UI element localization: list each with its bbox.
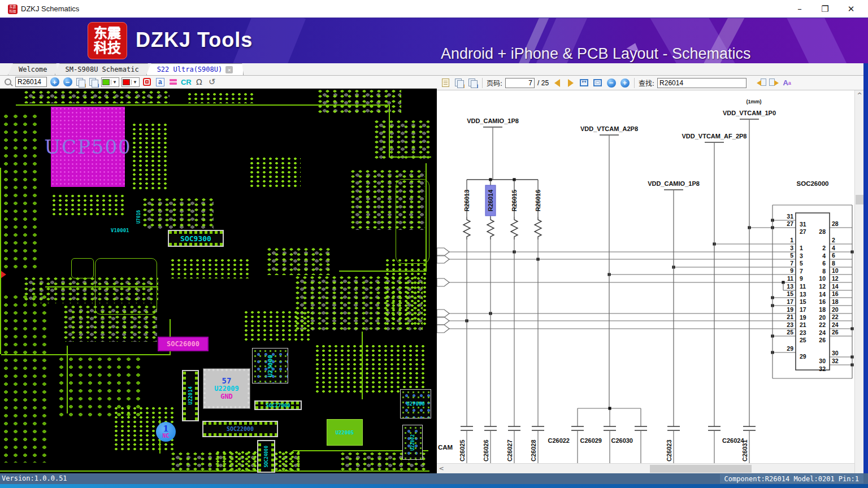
find-input[interactable] — [657, 78, 747, 88]
paste-page-icon[interactable] — [88, 77, 99, 88]
maximize-button[interactable]: ❐ — [815, 0, 835, 18]
svg-text:5: 5 — [790, 252, 793, 259]
svg-text:22: 22 — [819, 321, 826, 328]
pcb-component-SOC27000[interactable]: SOC27000 — [254, 400, 302, 410]
svg-text:19: 19 — [800, 314, 806, 321]
annotation-icon[interactable]: a — [155, 77, 166, 88]
svg-text:VDD_VTCAM_AF_2P8: VDD_VTCAM_AF_2P8 — [682, 133, 747, 140]
pcb-component-U22005[interactable]: U22005 — [327, 419, 363, 446]
pcb-label-V10001[interactable]: V10001 — [111, 228, 129, 233]
paste-page-icon[interactable] — [467, 77, 478, 88]
next-page-icon[interactable] — [565, 77, 576, 88]
svg-text:VDD_VTCAM_A2P8: VDD_VTCAM_A2P8 — [580, 125, 638, 132]
copy-page-icon[interactable] — [454, 77, 465, 88]
pcb-pad-cluster — [249, 156, 301, 189]
pcb-pad-cluster — [23, 90, 170, 103]
zoom-in-icon[interactable]: + — [49, 77, 60, 88]
svg-text:6: 6 — [822, 260, 826, 267]
pcb-canvas[interactable]: UCP500V10001U7016SOC9300SOC26000U2201457… — [0, 89, 437, 473]
pcb-component-U27000[interactable]: U27000 — [400, 389, 431, 419]
page-input[interactable] — [505, 78, 535, 88]
svg-text:13: 13 — [800, 291, 806, 298]
prev-page-icon[interactable] — [552, 77, 562, 88]
component-highlight-icon[interactable] — [142, 77, 153, 88]
close-button[interactable]: ✕ — [841, 0, 861, 18]
fit-page-icon[interactable] — [592, 77, 603, 88]
pcb-search-input[interactable] — [15, 77, 47, 87]
pcb-component-U23000[interactable]: U23000 — [252, 348, 288, 384]
resistance-icon[interactable]: Ω — [194, 77, 205, 88]
tab-label: Welcome — [19, 66, 47, 73]
pcb-component-SOC24000[interactable]: SOC24000 — [257, 440, 275, 473]
document-icon[interactable] — [440, 77, 451, 88]
version-text: Version:1.0.0.51 — [2, 474, 67, 482]
tab-close-icon[interactable]: ✕ — [225, 66, 233, 73]
header-tagline: Android + iPhone & PCB Layout - Schemati… — [441, 45, 751, 63]
svg-text:23: 23 — [800, 329, 806, 336]
find-prev-icon[interactable] — [757, 79, 766, 87]
pcb-component-U22009[interactable]: 57U22009GND — [203, 369, 250, 408]
resistor-symbol — [463, 217, 470, 239]
pcb-label-U7016[interactable]: U7016 — [136, 200, 141, 224]
pcb-component-SOC22000[interactable]: SOC22000 — [202, 421, 278, 437]
scroll-left-icon[interactable]: < — [437, 465, 446, 472]
history-icon[interactable]: ↺ — [207, 77, 218, 88]
horizontal-scrollbar[interactable]: < — [437, 463, 854, 473]
tab-sm-s908u-schematic[interactable]: SM-S908U Schematic — [55, 63, 150, 75]
pcb-component-U22014[interactable]: U22014 — [182, 370, 199, 421]
svg-text:20: 20 — [819, 314, 826, 321]
schematic-drawing[interactable]: 3131272711335577991111131315151717191921… — [437, 90, 854, 463]
svg-text:12: 12 — [832, 275, 839, 282]
svg-text:C26029: C26029 — [580, 437, 602, 444]
measure-icon[interactable] — [168, 77, 179, 88]
minimize-button[interactable]: – — [790, 0, 809, 18]
zoom-out-icon[interactable]: − — [62, 77, 73, 88]
svg-text:17: 17 — [800, 306, 806, 313]
svg-text:32: 32 — [819, 365, 826, 372]
search-icon[interactable] — [2, 77, 13, 88]
find-next-icon[interactable] — [769, 79, 779, 87]
pcb-highlighted-component-SOC26000[interactable]: SOC26000 — [158, 337, 209, 351]
pan-left-arrow-icon[interactable] — [1, 271, 6, 278]
pcb-component-UCP500[interactable]: UCP500 — [51, 107, 125, 187]
vertical-scroll-thumb[interactable] — [856, 195, 863, 204]
page-label: 页码: — [487, 78, 502, 88]
schematic-canvas[interactable]: 3131272711335577991111131315151717191921… — [437, 90, 854, 463]
svg-text:22: 22 — [832, 313, 839, 320]
svg-text:VDD_CAMIO_1P8: VDD_CAMIO_1P8 — [648, 180, 700, 187]
tab-welcome[interactable]: Welcome — [8, 63, 58, 75]
tab-s22-ultra-s908u-[interactable]: S22 Ultra(S908U)✕ — [146, 63, 244, 75]
red-layer-select[interactable]: ▼ — [121, 77, 140, 87]
vertical-scrollbar[interactable]: ^ — [854, 90, 863, 473]
app-window: 东震科技 DZKJ Schematics – ❐ ✕ 东震 科技 DZKJ To… — [0, 0, 868, 488]
fit-width-icon[interactable] — [579, 77, 589, 88]
page-total: / 25 — [537, 79, 549, 87]
green-layer-select[interactable]: ▼ — [101, 77, 119, 87]
schematic-toolbar: 页码: / 25 − + 查找: Aa — [437, 76, 863, 90]
svg-text:16: 16 — [819, 298, 826, 305]
pcb-component-SOC9300[interactable]: SOC9300 — [168, 230, 224, 247]
font-size-icon[interactable]: Aa — [782, 77, 792, 88]
zoom-out-icon[interactable]: − — [606, 77, 617, 88]
pcb-pin-marker[interactable]: 1NC — [156, 422, 176, 442]
svg-text:4: 4 — [822, 252, 826, 259]
svg-text:C26022: C26022 — [548, 437, 570, 444]
copy-page-icon[interactable] — [75, 77, 86, 88]
svg-text:30: 30 — [819, 358, 826, 364]
svg-text:24: 24 — [832, 321, 839, 328]
logo-text-top: 东震 — [94, 26, 121, 41]
pcb-pad-cluster — [314, 344, 425, 393]
svg-text:18: 18 — [819, 306, 826, 313]
svg-text:4: 4 — [832, 245, 835, 251]
net-flag-icon — [437, 325, 449, 333]
cr-mode-icon[interactable]: CR — [181, 77, 192, 88]
pcb-pad-cluster — [243, 310, 310, 343]
svg-text:25: 25 — [787, 329, 793, 336]
pcb-pad-cluster — [186, 92, 254, 103]
horizontal-scroll-thumb[interactable] — [650, 465, 752, 473]
tab-label: S22 Ultra(S908U) — [157, 66, 223, 73]
svg-text:R26013: R26013 — [463, 190, 470, 212]
scroll-up-icon[interactable]: ^ — [855, 91, 864, 99]
pcb-component-U22002[interactable]: U22002 — [402, 425, 423, 460]
zoom-in-icon[interactable]: + — [619, 77, 630, 88]
